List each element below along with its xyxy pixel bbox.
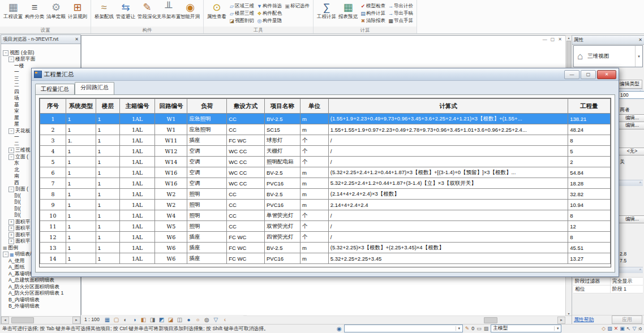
reveal-icon[interactable]: ◪ [167,317,174,323]
ribbon-button-hanger[interactable]: ╨支吊架布置 [158,1,179,19]
table-row[interactable]: 8111ALW2照明CCBV-2.5m(2.14+4+2.4+2.4)×3【根数… [40,189,611,200]
expand-icon[interactable]: + [8,239,14,244]
tree-item[interactable]: −楼层平面 [1,57,80,63]
ribbon-item-cube[interactable]: ▱区域三维 [229,2,254,10]
table-row[interactable]: 31.11ALW11插座FC WC球形灯个/8 [40,135,611,146]
scroll-right-icon[interactable]: ▸ [72,317,80,324]
drag-on-selection-icon[interactable]: ↖ [626,326,631,331]
expand-icon[interactable]: + [8,219,14,225]
column-header[interactable]: 项目名称 [265,99,300,114]
exclude-icon[interactable]: ○ [194,317,201,323]
select-underlay-icon[interactable]: ▨ [607,326,612,331]
ribbon-item-section[interactable]: ◪视图剖切 [229,17,254,24]
scroll-up-icon[interactable]: ▴ [568,36,569,40]
ribbon-item-eye[interactable]: ◎构件显隐 [256,17,282,24]
ribbon-item-export[interactable]: →导出手稿 [388,10,413,17]
ribbon-item-tag[interactable]: ▣标记选件 [284,2,310,10]
dialog-tab-0[interactable]: 工程量汇总 [35,84,75,94]
unlock-icon[interactable]: ◫ [176,317,183,323]
table-row[interactable]: 9111ALW2照明CCPVC16m2.14+4+2.4+2.410.94 [40,200,611,210]
ribbon-item-filter-blue[interactable]: ▼构件筛选 [256,2,282,10]
tree-item[interactable]: B_外墙明细表 [1,304,80,310]
table-row[interactable]: 6111ALW16空调WC CCBV-2.5m(5.32+2.25+2.4+1.… [40,167,611,178]
column-header[interactable]: 回路编号 [155,99,187,114]
drawing-horizontal-scrollbar[interactable]: ▸ [243,315,565,324]
close-button[interactable]: ✕ [597,70,616,79]
ribbon-item-palette[interactable]: ❖构件配色 [256,10,282,17]
table-row[interactable]: 11111ALW5照明CC双管荧光灯个/12 [40,221,611,232]
table-row[interactable]: 2111ALW1应急照明CCSC15m1.55+1.55+1.9+0.97+2.… [40,124,611,135]
worksharing-display-icon[interactable]: ◍ [203,317,211,323]
tree-item[interactable]: A_总建筑面积明细表 [1,278,80,284]
ribbon-item-clear[interactable]: ✖清除报表 [360,17,385,24]
show-hidden-icon[interactable]: ▢ [113,317,120,323]
column-header[interactable]: 楼层 [96,99,119,114]
properties-help-link[interactable]: 属性帮助 [574,317,612,323]
ribbon-button-pipe-refine[interactable]: ✎管段深化 [137,1,157,19]
ribbon-item-cube[interactable]: ▱楼层三维 [229,10,254,17]
scroll-left-icon[interactable]: ◂ [1,317,9,324]
select-pinned-icon[interactable]: ✕ [614,326,619,331]
column-header[interactable]: 计算式 [328,99,568,114]
workset-select[interactable]: ▾ [344,325,463,332]
scroll-right-icon[interactable]: ▸ [557,317,565,324]
column-header[interactable]: 主箱编号 [119,99,155,114]
close-icon[interactable]: ✕ [558,37,562,42]
maximize-button[interactable]: ▢ [581,70,596,79]
chevron-down-icon[interactable]: ▾ [635,46,642,67]
collapse-icon[interactable]: − [8,128,14,134]
ribbon-item-calc-small[interactable]: ▤构件计算 [360,10,385,17]
edit-button[interactable]: 编辑... [619,122,644,129]
editable-only-icon[interactable]: ✎ [465,326,470,331]
collapse-icon[interactable]: − [8,57,14,62]
ribbon-button-calculator[interactable]: ⊞计算规则 [67,1,88,19]
tree-item[interactable]: A_防火分区面积明细表 1 [1,291,80,297]
edit-button[interactable]: 编辑... [619,114,644,122]
lock-icon[interactable]: ● [185,317,192,323]
collapse-icon[interactable]: − [8,154,14,160]
collapse-icon[interactable]: − [3,50,8,56]
ribbon-button-smart-hole[interactable]: ◉智能开洞 [180,1,200,19]
close-icon[interactable]: ✕ [75,37,79,42]
ribbon-button-report[interactable]: ▦报表预览 [338,1,358,19]
table-row[interactable]: 13111ALW6插座FC WCBV-2.5m(5.32+2.25)×3【根数】… [40,243,611,253]
column-header[interactable]: 工程量 [568,99,611,114]
tree-item[interactable]: A_防火分区面积明细表 [1,284,80,291]
column-header[interactable]: 单位 [300,99,328,114]
collapse-icon[interactable]: − [8,187,14,192]
table-row[interactable]: 12111ALW6插座FC WC四管荧光灯个/8 [40,232,611,243]
expand-icon[interactable]: + [8,148,14,153]
design-option-select[interactable]: 主模型 ▾ [491,325,561,332]
select-links-icon[interactable]: ◇ [602,326,606,331]
ribbon-button-building[interactable]: ▦工程设置 [3,1,23,19]
property-row[interactable]: 阶段过滤器 完全显示 [573,278,643,286]
table-row[interactable]: 5111ALW14空调WC CC照明配电箱个/2 [40,157,611,167]
ribbon-button-sigma[interactable]: ∑工程计算 [316,1,337,19]
ribbon-item-check[interactable]: ✔模型检查 [360,2,385,10]
dialog-title-bar[interactable]: 工程量汇总 — ▢ ✕ [32,68,619,81]
shadows-icon[interactable]: ◐ [122,317,129,323]
collapse-icon[interactable]: − [3,252,8,257]
table-row[interactable]: 10111ALW4照明CC单管荧光灯个/8 [40,210,611,221]
analysis-icon[interactable]: ▽ [212,317,220,323]
options-icon[interactable]: ▨ [484,326,489,331]
ribbon-button-pipe-avoid[interactable]: ⇆管道避让 [115,1,136,19]
more-icon[interactable]: ‹ [221,317,229,323]
gray-inactive-icon[interactable]: ▭ [476,326,482,331]
view-scale-button[interactable]: 1 : 100 [84,317,100,322]
ribbon-item-node[interactable]: ▦节点手算 [388,17,413,24]
expand-icon[interactable]: + [8,232,14,238]
dialog-tab-1[interactable]: 分回路汇总 [75,82,114,94]
crop-visible-icon[interactable]: ◨ [149,317,156,323]
ribbon-button-gears[interactable]: ⚙清单定额 [46,1,66,19]
crop-icon[interactable]: ◧ [140,317,147,323]
worksets-icon[interactable]: ◉ [337,326,342,332]
close-icon[interactable]: ✕ [638,37,642,42]
apply-button[interactable]: 应用 [612,315,642,324]
tree-item[interactable]: −视图 (全部) [1,50,80,57]
ribbon-button-bulb[interactable]: ⊙属性查看 [207,1,227,19]
minimize-button[interactable]: — [564,70,579,79]
scrollbar-thumb[interactable] [11,317,34,323]
table-row[interactable]: 14111ALW6插座FC WCPVC16m5.32+2.25+2.25+3.4… [40,253,611,264]
none-button[interactable]: <无> [619,148,644,155]
